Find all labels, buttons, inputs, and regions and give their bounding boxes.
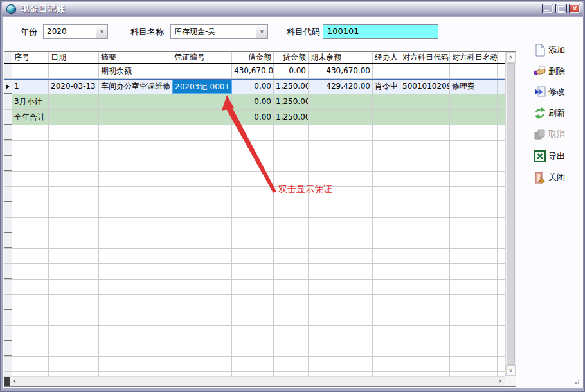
subject-combobox[interactable]: 库存现金-吴 ∨ [170, 24, 268, 39]
horizontal-scroll-thumb[interactable] [4, 377, 10, 386]
row-selector-header[interactable] [4, 52, 12, 63]
grid-cell-seq[interactable] [12, 64, 49, 78]
grid-cell-credit[interactable] [274, 249, 309, 263]
grid-cell-handler[interactable] [373, 187, 401, 202]
grid-cell-date[interactable]: 2020-03-13 [49, 80, 99, 94]
grid-cell-voucher[interactable] [172, 341, 232, 356]
grid-cell-balance[interactable] [309, 326, 373, 341]
grid-cell-handler[interactable] [373, 218, 401, 233]
grid-cell-credit[interactable]: 0.00 [274, 64, 309, 78]
grid-cell-balance[interactable]: 430,670.00 [309, 64, 373, 78]
grid-cell-balance[interactable] [309, 310, 373, 325]
grid-cell-opp_code[interactable] [401, 218, 450, 233]
grid-cell-summary[interactable]: 车间办公室空调维修 [99, 80, 172, 94]
grid-cell-opp_name[interactable] [450, 264, 498, 279]
grid-cell-credit[interactable] [274, 187, 309, 202]
grid-cell-date[interactable] [49, 310, 99, 325]
grid-cell-voucher[interactable] [172, 110, 232, 125]
grid-cell-seq[interactable] [12, 295, 49, 310]
grid-cell-opp_code[interactable] [401, 94, 450, 109]
grid-cell-debit[interactable]: 0.00 [232, 80, 274, 94]
grid-cell-handler[interactable]: 肖令中 [373, 80, 401, 94]
grid-cell-summary[interactable] [99, 94, 172, 109]
row-selector[interactable] [4, 141, 12, 156]
subject-code-input[interactable]: 100101 [323, 24, 438, 39]
scroll-left-icon[interactable]: ‹ [10, 377, 20, 386]
grid-cell-debit[interactable] [232, 341, 274, 356]
grid-cell-opp_name[interactable] [450, 218, 498, 233]
row-selector[interactable] [4, 295, 12, 310]
row-selector[interactable] [4, 357, 12, 371]
grid-cell-debit[interactable]: 430,670.00 [232, 64, 274, 78]
grid-cell-handler[interactable] [373, 125, 401, 140]
grid-cell-debit[interactable] [232, 357, 274, 371]
grid-cell-handler[interactable] [373, 280, 401, 294]
grid-cell-debit[interactable] [232, 172, 274, 186]
grid-cell-summary[interactable] [99, 110, 172, 125]
grid-cell-date[interactable] [49, 341, 99, 356]
grid-cell-credit[interactable]: 1,250.00 [274, 94, 309, 109]
grid-cell-credit[interactable] [274, 125, 309, 140]
grid-cell-debit[interactable] [232, 295, 274, 310]
grid-cell-summary[interactable] [99, 172, 172, 186]
row-selector[interactable] [4, 326, 12, 341]
minimize-button[interactable] [542, 4, 554, 13]
row-selector[interactable] [4, 110, 12, 125]
grid-cell-opp_name[interactable] [450, 141, 498, 156]
grid-cell-debit[interactable] [232, 156, 274, 171]
grid-cell-handler[interactable] [373, 172, 401, 186]
grid-cell-voucher[interactable] [172, 280, 232, 294]
row-selector[interactable] [4, 341, 12, 356]
grid-cell-credit[interactable]: 1,250.00 [274, 110, 309, 125]
grid-cell-date[interactable] [49, 357, 99, 371]
refresh-button[interactable]: 刷新 [534, 105, 580, 121]
grid-cell-seq[interactable] [12, 141, 49, 156]
grid-cell-handler[interactable] [373, 233, 401, 248]
grid-cell-opp_code[interactable] [401, 326, 450, 341]
row-selector[interactable] [4, 125, 12, 140]
grid-cell-seq[interactable] [12, 125, 49, 140]
grid-cell-voucher[interactable] [172, 264, 232, 279]
grid-cell-handler[interactable] [373, 156, 401, 171]
add-button[interactable]: 添加 [534, 42, 580, 58]
row-selector[interactable] [4, 80, 12, 94]
grid-cell-date[interactable] [49, 264, 99, 279]
grid-cell-date[interactable] [49, 326, 99, 341]
grid-cell-debit[interactable] [232, 233, 274, 248]
grid-cell-credit[interactable]: 1,250.00 [274, 80, 309, 94]
grid-cell-date[interactable] [49, 233, 99, 248]
grid-cell-handler[interactable] [373, 341, 401, 356]
row-selector[interactable] [4, 172, 12, 186]
row-selector[interactable] [4, 218, 12, 233]
grid-cell-summary[interactable] [99, 310, 172, 325]
grid-cell-opp_name[interactable] [450, 310, 498, 325]
grid-cell-seq[interactable] [12, 280, 49, 294]
grid-cell-credit[interactable] [274, 341, 309, 356]
grid-cell-debit[interactable] [232, 326, 274, 341]
grid-cell-opp_name[interactable]: 修理费 [450, 80, 498, 94]
grid-cell-opp_name[interactable] [450, 233, 498, 248]
grid-header-cell-debit[interactable]: 借金额 [232, 52, 274, 63]
grid-cell-balance[interactable] [309, 249, 373, 263]
grid-cell-opp_name[interactable] [450, 110, 498, 125]
row-selector[interactable] [4, 94, 12, 109]
grid-cell-summary[interactable] [99, 218, 172, 233]
grid-cell-date[interactable] [49, 156, 99, 171]
grid-cell-debit[interactable] [232, 218, 274, 233]
grid-cell-summary[interactable] [99, 357, 172, 371]
grid-cell-opp_name[interactable] [450, 341, 498, 356]
grid-header-cell-summary[interactable]: 摘要 [99, 52, 172, 63]
grid-header-cell-handler[interactable]: 经办人 [373, 52, 401, 63]
grid-cell-credit[interactable] [274, 156, 309, 171]
grid-cell-date[interactable] [49, 94, 99, 109]
grid-cell-summary[interactable] [99, 202, 172, 217]
grid-cell-balance[interactable] [309, 172, 373, 186]
grid-cell-opp_code[interactable] [401, 110, 450, 125]
export-button[interactable]: 导出 [534, 148, 580, 164]
grid-cell-balance[interactable] [309, 218, 373, 233]
grid-cell-summary[interactable] [99, 249, 172, 263]
grid-cell-date[interactable] [49, 110, 99, 125]
grid-cell-voucher[interactable] [172, 249, 232, 263]
grid-cell-balance[interactable] [309, 110, 373, 125]
grid-cell-opp_name[interactable] [450, 357, 498, 371]
